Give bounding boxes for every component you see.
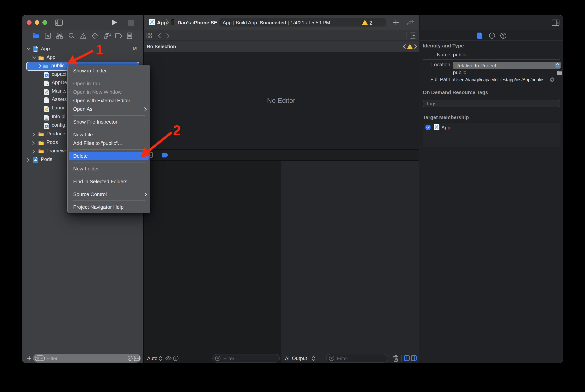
svg-text:2: 2 <box>173 122 181 138</box>
svg-text:1: 1 <box>96 42 103 57</box>
